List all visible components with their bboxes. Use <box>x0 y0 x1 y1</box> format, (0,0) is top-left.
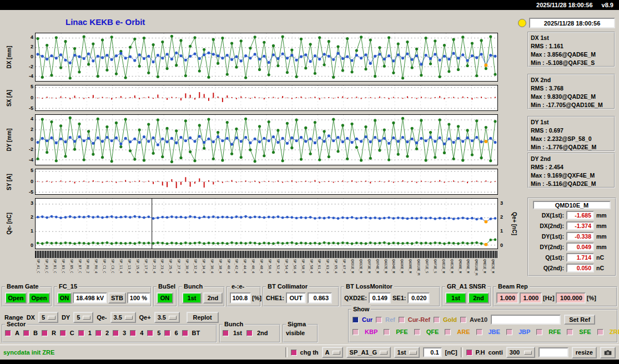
show-jbp-label[interactable]: JBP <box>519 328 530 335</box>
sector-b-checkbox[interactable] <box>23 330 29 336</box>
data-point <box>276 57 279 60</box>
beam-gate-open2-button[interactable]: Open <box>28 292 50 304</box>
show-kbp-checkbox[interactable] <box>353 329 359 335</box>
sector-bt-label[interactable]: BT <box>192 330 200 336</box>
range-qem-select[interactable]: 3.5 <box>110 312 136 323</box>
show-sfe-label[interactable]: SFE <box>579 328 591 335</box>
bunch-sel-2nd-label[interactable]: 2nd <box>257 330 268 336</box>
show-qfe-label[interactable]: QFE <box>426 328 439 335</box>
sector-r-label[interactable]: R <box>52 330 56 336</box>
beam-gate-open1-button[interactable]: Open <box>5 292 27 304</box>
show-rfe-checkbox[interactable] <box>536 329 542 335</box>
gr-a1-2nd-button[interactable]: 2nd <box>468 292 489 304</box>
bunch-1st-button[interactable]: 1st <box>182 292 202 304</box>
show-cur-checkbox[interactable] <box>353 317 359 323</box>
show-cur-ref-label[interactable]: Cur-Ref <box>408 316 430 323</box>
set-ref-input[interactable] <box>491 315 561 325</box>
resize-button[interactable]: resize <box>572 347 597 358</box>
data-point <box>226 121 229 124</box>
data-point <box>355 217 358 220</box>
show-kbp-label[interactable]: KBP <box>365 328 378 335</box>
data-point <box>272 135 275 138</box>
sector-bt-checkbox[interactable] <box>182 330 188 336</box>
set-ref-button[interactable]: Set Ref <box>564 315 595 325</box>
sector-5-checkbox[interactable] <box>147 330 153 336</box>
sigma-visible-label[interactable]: visible <box>286 330 305 336</box>
show-rfe-label[interactable]: RFE <box>548 328 561 335</box>
data-point <box>415 217 418 220</box>
bunch-sel-2nd-checkbox[interactable] <box>246 330 253 336</box>
sector-4-label[interactable]: 4 <box>140 330 143 336</box>
sector-2-checkbox[interactable] <box>95 330 102 336</box>
busel-on-button[interactable]: ON <box>157 292 173 304</box>
sector-r-checkbox[interactable] <box>42 330 48 336</box>
show-jbe-checkbox[interactable] <box>476 329 482 335</box>
points-select[interactable]: 300 <box>506 347 535 358</box>
fc15-on-button[interactable]: ON <box>57 292 72 304</box>
bpm-label: SP_27_4 <box>177 259 180 273</box>
show-ave10-label[interactable]: Ave10 <box>470 316 487 323</box>
sector-c-checkbox[interactable] <box>60 330 66 336</box>
sector-a-label[interactable]: A <box>15 330 19 336</box>
fc15-stb-button[interactable]: STB <box>108 292 126 304</box>
sector-b-label[interactable]: B <box>33 330 38 336</box>
sector-4-checkbox[interactable] <box>130 330 136 336</box>
show-ref-checkbox[interactable] <box>376 317 382 323</box>
show-gold-label[interactable]: Gold <box>443 316 457 323</box>
chg-th-checkbox[interactable] <box>291 350 297 356</box>
bunch-th-select[interactable]: 1st <box>394 347 420 358</box>
show-cur-ref-checkbox[interactable] <box>399 317 405 323</box>
bunch-sel-1st-label[interactable]: 1st <box>233 330 242 336</box>
screenshot-button[interactable] <box>600 347 616 358</box>
bpm-select[interactable]: SP_A1_G <box>346 347 391 358</box>
conti-label[interactable]: conti <box>489 349 503 356</box>
data-point <box>434 218 436 220</box>
bar <box>162 98 163 98</box>
bunch-sel-1st-checkbox[interactable] <box>223 330 229 336</box>
bpm-detail-value: -1.685 <box>566 211 594 220</box>
sector-1-label[interactable]: 1 <box>88 330 92 336</box>
bunch-2nd-button[interactable]: 2nd <box>203 292 223 304</box>
bpm-label: SP_38_4 <box>219 259 222 273</box>
statusbar-input[interactable] <box>539 347 568 357</box>
show-gold-checkbox[interactable] <box>434 317 440 323</box>
sector-1-checkbox[interactable] <box>78 330 84 336</box>
range-dy-select[interactable]: 5 <box>73 312 93 323</box>
sector-3-checkbox[interactable] <box>113 330 119 336</box>
show-pfe-label[interactable]: PFE <box>396 328 407 335</box>
chg-th-label[interactable]: chg th <box>300 349 319 356</box>
sector-c-label[interactable]: C <box>70 330 74 336</box>
sector-a-checkbox[interactable] <box>5 330 11 336</box>
y-tick-label: 4 <box>20 34 33 40</box>
data-point <box>230 143 233 146</box>
show-jbe-label[interactable]: JBE <box>489 328 500 335</box>
show-are-label[interactable]: ARE <box>457 328 470 335</box>
show-zre-label[interactable]: ZRE <box>610 328 619 335</box>
show-sfe-checkbox[interactable] <box>567 329 573 335</box>
replot-button[interactable]: Replot <box>187 312 219 323</box>
threshold-input[interactable] <box>423 347 442 357</box>
range-dx-select[interactable]: 5 <box>38 312 58 323</box>
bpm-detail-title: QMD10E_M <box>533 201 611 209</box>
ph-checkbox[interactable] <box>466 350 472 356</box>
bar <box>365 97 366 98</box>
show-ave10-checkbox[interactable] <box>460 317 466 323</box>
ph-label[interactable]: P.H <box>476 349 485 356</box>
sector-2-label[interactable]: 2 <box>105 330 109 336</box>
show-qfe-checkbox[interactable] <box>414 329 420 335</box>
sector-6-label[interactable]: 6 <box>174 330 178 336</box>
sector-3-label[interactable]: 3 <box>123 330 126 336</box>
data-point <box>175 141 178 144</box>
sector-6-checkbox[interactable] <box>164 330 170 336</box>
show-jbp-checkbox[interactable] <box>506 329 512 335</box>
show-are-checkbox[interactable] <box>445 329 451 335</box>
sector-5-label[interactable]: 5 <box>157 330 160 336</box>
unit-select[interactable]: A <box>322 347 343 358</box>
range-qep-select[interactable]: 3.5 <box>154 312 180 323</box>
show-cur-label[interactable]: Cur <box>362 316 373 323</box>
data-point <box>268 242 270 245</box>
show-zre-checkbox[interactable] <box>597 329 603 335</box>
show-pfe-checkbox[interactable] <box>384 329 390 335</box>
show-ref-label[interactable]: Ref <box>385 316 395 323</box>
gr-a1-1st-button[interactable]: 1st <box>445 292 466 304</box>
